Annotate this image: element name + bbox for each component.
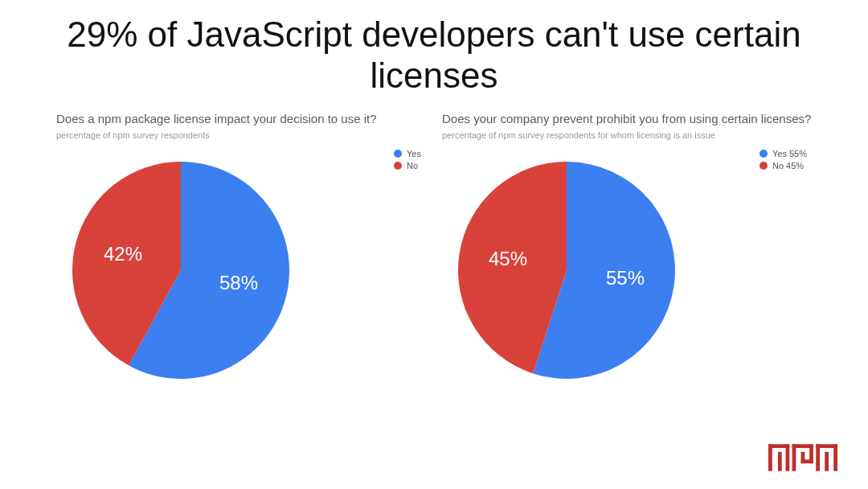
chart-title: Does a npm package license impact your d… bbox=[56, 112, 426, 127]
chart-legend: Yes 55% No 45% bbox=[760, 149, 807, 173]
legend-swatch-icon bbox=[394, 162, 402, 170]
legend-item: Yes 55% bbox=[760, 149, 807, 158]
chart-legend: Yes No bbox=[394, 149, 421, 173]
chart-right: Does your company prevent prohibit you f… bbox=[442, 112, 812, 395]
legend-label: No 45% bbox=[772, 161, 804, 171]
legend-label: Yes 55% bbox=[772, 149, 807, 158]
chart-subtitle: percentage of npm survey respondents bbox=[56, 130, 426, 141]
chart-left: Does a npm package license impact your d… bbox=[56, 112, 426, 395]
legend-item: No bbox=[394, 161, 421, 171]
pie-svg bbox=[72, 162, 289, 379]
legend-label: No bbox=[407, 161, 418, 171]
chart-title: Does your company prevent prohibit you f… bbox=[442, 112, 812, 127]
svg-rect-3 bbox=[778, 452, 782, 471]
legend-swatch-icon bbox=[760, 150, 768, 158]
legend-item: No 45% bbox=[760, 161, 807, 171]
chart-subtitle: percentage of npm survey respondents for… bbox=[442, 130, 812, 141]
legend-label: Yes bbox=[407, 149, 421, 158]
svg-rect-9 bbox=[816, 444, 820, 471]
legend-item: Yes bbox=[394, 149, 421, 158]
svg-rect-4 bbox=[792, 444, 796, 471]
npm-logo-icon bbox=[768, 444, 837, 471]
svg-rect-8 bbox=[801, 452, 805, 463]
slide: 29% of JavaScript developers can't use c… bbox=[0, 0, 868, 489]
legend-swatch-icon bbox=[760, 162, 768, 170]
svg-rect-0 bbox=[768, 444, 772, 471]
svg-rect-11 bbox=[833, 444, 837, 471]
pie-chart: 55% 45% bbox=[458, 162, 675, 382]
slide-headline: 29% of JavaScript developers can't use c… bbox=[0, 0, 868, 104]
svg-rect-2 bbox=[786, 444, 790, 471]
charts-row: Does a npm package license impact your d… bbox=[0, 112, 868, 395]
svg-rect-12 bbox=[825, 452, 829, 471]
chart-body: Yes No 58% 42% bbox=[56, 146, 426, 395]
chart-body: Yes 55% No 45% 55% 45% bbox=[442, 146, 812, 395]
legend-swatch-icon bbox=[394, 150, 402, 158]
pie-svg bbox=[458, 162, 675, 379]
pie-chart: 58% 42% bbox=[72, 162, 289, 382]
